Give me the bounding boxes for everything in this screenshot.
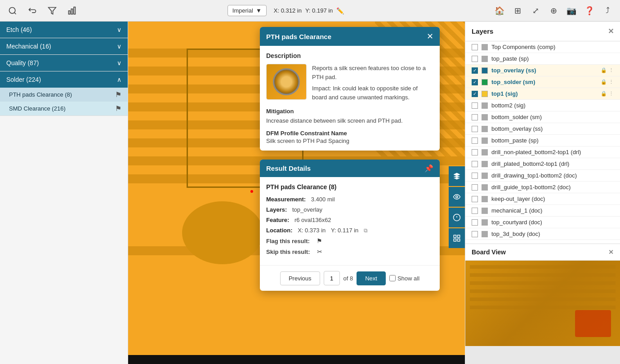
layers-action-button[interactable] (449, 166, 465, 186)
flag-result-label: Flag this result: (266, 238, 310, 244)
sidebar-item-smd-clearance[interactable]: SMD Clearance (216) ⚑ (0, 102, 128, 115)
board-mini-bg (465, 261, 620, 346)
more-icon[interactable]: ⋮ (609, 67, 614, 73)
page-input[interactable] (324, 271, 340, 285)
camera-icon[interactable]: 📷 (566, 5, 577, 16)
previous-button[interactable]: Previous (280, 271, 320, 285)
svg-point-6 (456, 196, 458, 198)
layer-checkbox-drill-guide[interactable] (472, 184, 478, 191)
layer-color-top-components (482, 44, 488, 50)
layer-checkbox-top-solder[interactable] (472, 79, 478, 85)
flag-result-row: Flag this result: ⚑ (266, 237, 433, 244)
layer-name-keepout: keep-out_layer (doc) (491, 195, 614, 202)
sidebar-item-pth-pads[interactable]: PTH pads Clearance (8) ⚑ (0, 88, 128, 102)
profile-title: DFM Profile Constraint Name (266, 130, 433, 137)
layer-checkbox-drill-non-plated[interactable] (472, 149, 478, 155)
layer-checkbox-top-3d[interactable] (472, 231, 478, 237)
layer-color-bottom-solder (482, 114, 488, 120)
svg-rect-11 (458, 235, 460, 237)
chart-icon[interactable] (67, 5, 77, 16)
toolbar-center: Imperial ▼ X: 0.312 in Y: 0.197 in ✏️ (77, 5, 494, 16)
result-header-title: Result Details (266, 164, 311, 172)
layer-checkbox-bottom-overlay[interactable] (472, 126, 478, 132)
layer-row-mechanical: mechanical_1 (doc) (465, 205, 620, 217)
location-y: Y: 0.117 in (331, 227, 358, 234)
section-etch-label: Etch (46) (6, 26, 32, 33)
layer-row-bottom-solder: bottom_solder (sm) (465, 111, 620, 123)
expand-icon[interactable]: ⤢ (530, 5, 541, 16)
description-content: Reports a silk screen features too close… (266, 64, 433, 102)
layer-checkbox-keepout[interactable] (472, 196, 478, 202)
pin-icon[interactable]: 📌 (424, 164, 433, 173)
layer-row-drill-guide: drill_guide_top1-bottom2 (doc) (465, 182, 620, 193)
layer-row-top-paste: top_paste (sp) (465, 53, 620, 65)
location-field: Location: X: 0.373 in Y: 0.117 in ⧉ (266, 227, 433, 234)
lock-icon[interactable]: 🔒 (601, 91, 607, 97)
copy-icon[interactable]: ⧉ (364, 227, 368, 234)
view-action-button[interactable] (449, 187, 465, 207)
description-text: Reports a silk screen features too close… (312, 64, 433, 81)
layers-close-icon[interactable]: ✕ (608, 27, 614, 36)
layer-checkbox-top-overlay[interactable] (472, 67, 478, 74)
search-icon[interactable] (7, 5, 18, 16)
more-icon[interactable]: ⋮ (609, 91, 614, 97)
layer-checkbox-bottom-solder[interactable] (472, 114, 478, 120)
show-all-checkbox[interactable] (389, 275, 396, 281)
layer-icons-top-overlay: 🔒 ⋮ (601, 67, 614, 73)
impact-text: Impact: Ink could leak to opposite side … (312, 84, 433, 102)
zoom-in-icon[interactable]: ⊕ (548, 5, 559, 16)
more-icon[interactable]: ⋮ (609, 79, 614, 85)
undo-icon[interactable] (27, 5, 38, 16)
sidebar-section-quality-header[interactable]: Quality (87) ∨ (0, 55, 128, 71)
board-view-close-icon[interactable]: ✕ (608, 249, 614, 256)
layer-checkbox-bottom2[interactable] (472, 102, 478, 109)
next-button[interactable]: Next (357, 271, 386, 285)
layer-row-drill-plated: drill_plated_bottom2-top1 (drl) (465, 158, 620, 170)
modal-header: PTH pads Clearance ✕ (260, 27, 440, 46)
red-dot-marker (250, 190, 253, 193)
layer-checkbox-top-courtyard[interactable] (472, 219, 478, 226)
grid-icon[interactable]: ⊞ (512, 5, 523, 16)
layer-color-mechanical (482, 208, 488, 214)
feature-value: r6 oval136x62 (294, 217, 331, 223)
layer-checkbox-mechanical[interactable] (472, 208, 478, 214)
layer-name-drill-guide: drill_guide_top1-bottom2 (doc) (491, 184, 614, 191)
layer-checkbox-top-paste[interactable] (472, 56, 478, 62)
sidebar-section-solder-header[interactable]: Solder (224) ∧ (0, 71, 128, 88)
modal-title: PTH pads Clearance (266, 33, 331, 40)
layer-checkbox-drill-plated[interactable] (472, 161, 478, 167)
lock-icon[interactable]: 🔒 (601, 79, 607, 85)
show-all-label: Show all (397, 275, 419, 282)
lock-icon[interactable]: 🔒 (601, 67, 607, 73)
layer-name-top-overlay: top_overlay (ss) (491, 67, 597, 74)
coord-y: Y: 0.197 in (305, 7, 333, 14)
sidebar-section-mechanical: Mechanical (16) ∨ (0, 38, 128, 55)
layer-row-bottom-paste: bottom_paste (sp) (465, 135, 620, 146)
skip-button[interactable]: ✂ (317, 248, 322, 255)
home-icon[interactable]: 🏠 (494, 5, 505, 16)
measurement-value: 3.400 mil (311, 196, 335, 203)
layer-color-drill-drawing (482, 173, 488, 179)
upload-icon[interactable]: ⤴ (602, 5, 613, 16)
edit-icon[interactable]: ✏️ (336, 7, 344, 14)
info-action-button[interactable] (449, 208, 465, 227)
help-icon[interactable]: ❓ (584, 5, 595, 16)
layer-checkbox-drill-drawing[interactable] (472, 173, 478, 179)
layer-row-top1: top1 (sig) 🔒 ⋮ (465, 88, 620, 100)
modal-close-button[interactable]: ✕ (427, 31, 433, 41)
layer-checkbox-top1[interactable] (472, 91, 478, 97)
layer-color-drill-non-plated (482, 149, 488, 155)
smd-clearance-label: SMD Clearance (216) (9, 105, 66, 112)
layer-checkbox-top-components[interactable] (472, 44, 478, 50)
layer-color-top1 (482, 91, 488, 97)
flag-icon[interactable]: ⚑ (115, 90, 121, 99)
flag-icon[interactable]: ⚑ (115, 104, 121, 113)
sidebar-section-etch-header[interactable]: Etch (46) ∨ (0, 22, 128, 38)
grid-action-button[interactable] (449, 228, 465, 248)
page-total: of 8 (343, 275, 353, 282)
filter-icon[interactable] (47, 5, 58, 16)
unit-selector[interactable]: Imperial ▼ (227, 5, 267, 16)
sidebar-section-mechanical-header[interactable]: Mechanical (16) ∨ (0, 38, 128, 54)
flag-button[interactable]: ⚑ (317, 237, 322, 244)
layer-checkbox-bottom-paste[interactable] (472, 138, 478, 144)
